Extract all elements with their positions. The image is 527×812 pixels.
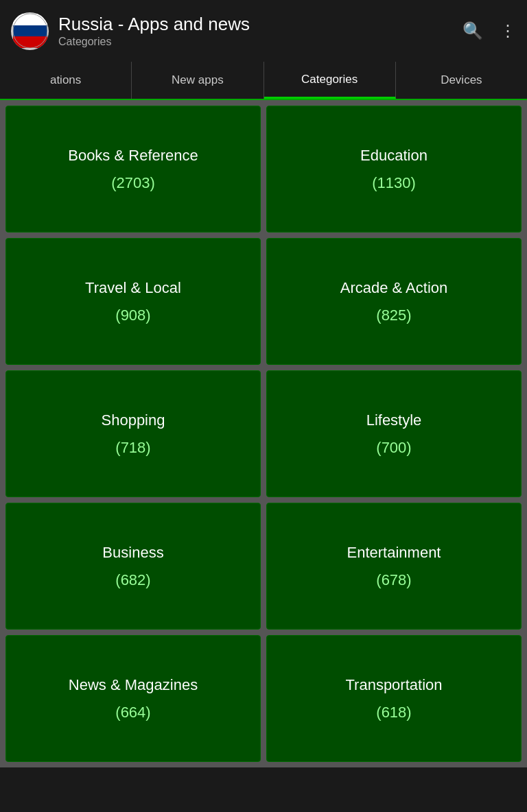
category-card[interactable]: Education(1130)	[266, 106, 522, 232]
category-name: Transportation	[345, 676, 442, 695]
category-count: (700)	[376, 439, 411, 457]
category-name: Education	[360, 146, 428, 166]
category-card[interactable]: Books & Reference(2703)	[5, 106, 261, 232]
category-count: (682)	[115, 571, 150, 589]
tab-devices-label: Devices	[441, 73, 482, 87]
category-count: (2703)	[111, 174, 155, 192]
category-count: (664)	[115, 704, 150, 721]
category-count: (825)	[376, 307, 411, 324]
category-name: Books & Reference	[68, 146, 198, 166]
category-name: Arcade & Action	[340, 278, 448, 298]
tab-new-apps-label: New apps	[172, 73, 224, 87]
category-card[interactable]: Lifestyle(700)	[266, 370, 522, 497]
tab-bar: ations New apps Categories Devices	[0, 62, 527, 100]
svg-rect-2	[13, 14, 47, 25]
category-count: (1130)	[372, 174, 416, 192]
header-subtitle: Categories	[58, 36, 462, 48]
category-card[interactable]: Shopping(718)	[5, 370, 261, 497]
category-card[interactable]: News & Magazines(664)	[5, 635, 261, 762]
category-card[interactable]: Travel & Local(908)	[5, 238, 261, 365]
category-name: Lifestyle	[366, 411, 422, 431]
tab-categories-label: Categories	[301, 73, 358, 86]
tab-categories[interactable]: Categories	[264, 62, 396, 99]
category-card[interactable]: Arcade & Action(825)	[266, 238, 522, 365]
category-card[interactable]: Business(682)	[5, 503, 261, 630]
category-count: (678)	[376, 571, 411, 589]
category-name: News & Magazines	[69, 676, 198, 695]
tab-applications-label: ations	[50, 73, 81, 87]
tab-devices[interactable]: Devices	[396, 62, 527, 99]
tab-applications[interactable]: ations	[0, 62, 132, 99]
category-count: (908)	[115, 307, 150, 324]
category-card[interactable]: Transportation(618)	[266, 635, 522, 762]
categories-grid: Books & Reference(2703)Education(1130)Tr…	[0, 100, 527, 767]
category-count: (718)	[115, 439, 150, 457]
category-name: Travel & Local	[85, 278, 181, 298]
category-name: Entertainment	[347, 543, 441, 563]
category-card[interactable]: Entertainment(678)	[266, 503, 522, 630]
category-name: Shopping	[102, 411, 165, 431]
search-icon[interactable]: 🔍	[462, 21, 483, 40]
app-header: Russia - Apps and news Categories 🔍 ⋮	[0, 0, 527, 62]
category-name: Business	[102, 543, 163, 563]
header-title: Russia - Apps and news	[58, 14, 462, 35]
svg-rect-4	[13, 36, 47, 48]
svg-rect-3	[13, 25, 47, 36]
category-count: (618)	[376, 704, 411, 721]
app-logo	[11, 12, 49, 50]
header-icons: 🔍 ⋮	[462, 21, 516, 40]
more-options-icon[interactable]: ⋮	[500, 21, 516, 40]
tab-new-apps[interactable]: New apps	[132, 62, 264, 99]
header-title-group: Russia - Apps and news Categories	[58, 14, 462, 47]
